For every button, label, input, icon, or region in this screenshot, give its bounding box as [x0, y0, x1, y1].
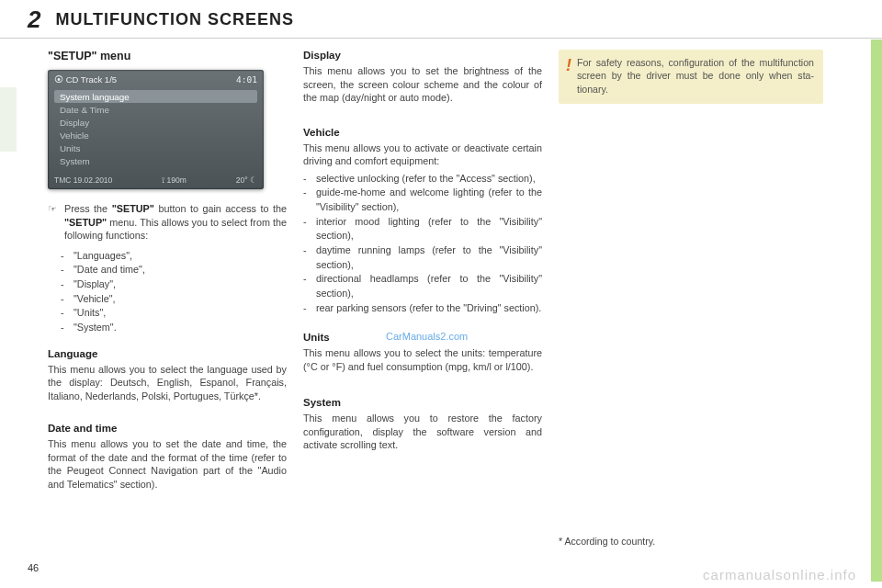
list-text: rear parking sensors (refer to the "Driv… [316, 301, 541, 316]
column-1: "SETUP" menu ⦿ CD Track 1/5 4:01 System … [48, 50, 287, 547]
t: "SETUP" [112, 203, 154, 214]
screenshot-item: Display [54, 116, 257, 129]
date-title: Date and time [48, 423, 287, 434]
system-body: This menu allows you to restore the fac­… [303, 412, 542, 452]
screenshot-menu: System language Date & Time Display Vehi… [54, 90, 257, 167]
units-body: This menu allows you to select the units… [303, 346, 542, 373]
list-text: selective unlocking (refer to the "Acces… [316, 172, 536, 187]
screenshot-time: 4:01 [236, 74, 257, 85]
hand-pointer-icon: ☞ [48, 202, 64, 246]
screenshot-item-selected: System language [54, 90, 257, 103]
list-text: interior mood lighting (refer to the "Vi… [316, 215, 542, 243]
list-text: "Display", [74, 277, 116, 292]
setup-menu-title: "SETUP" menu [48, 50, 287, 62]
warning-icon: ! [566, 57, 571, 96]
screenshot-item: System [54, 154, 257, 167]
date-body: This menu allows you to set the date and… [48, 437, 287, 491]
language-title: Language [48, 348, 287, 359]
display-body: This menu allows you to set the bright­n… [303, 64, 542, 105]
list-text: directional headlamps (refer to the "Vis… [316, 272, 542, 300]
list-item: -rear parking sensors (refer to the "Dri… [303, 301, 542, 316]
language-body: This menu allows you to select the lan­g… [48, 363, 287, 403]
country-footnote: * According to country. [559, 536, 823, 547]
list-item: -interior mood lighting (refer to the "V… [303, 215, 542, 243]
screenshot-track: ⦿ CD Track 1/5 [54, 74, 117, 85]
chapter-title: MULTIFUNCTION SCREENS [55, 10, 294, 29]
list-item: -"Display", [48, 277, 287, 292]
right-accent-bar [871, 40, 882, 582]
watermark-inline: CarManuals2.com [386, 331, 468, 342]
list-text: "Languages", [74, 249, 132, 264]
list-item: -directional headlamps (refer to the "Vi… [303, 272, 542, 300]
list-item: -daytime running lamps (refer to the "Vi… [303, 243, 542, 272]
setup-functions-list: -"Languages", -"Date and time", -"Displa… [48, 249, 287, 335]
list-item: -"Units", [48, 306, 287, 321]
screenshot-temp: 20° ☾ [236, 175, 257, 186]
list-item: -"Date and time", [48, 263, 287, 277]
vehicle-intro: This menu allows you to activate or deac… [303, 141, 542, 168]
list-item: -selective unlocking (refer to the "Acce… [303, 172, 542, 187]
screenshot-item: Date & Time [54, 103, 257, 116]
list-item: -"System". [48, 321, 287, 335]
list-text: guide-me-home and welcome light­ing (ref… [316, 186, 542, 214]
setup-intro-text: Press the "SETUP" button to gain access … [64, 202, 287, 243]
list-text: "Units", [74, 306, 106, 321]
column-3: ! For safety reasons, configuration of t… [559, 50, 823, 547]
list-text: "Vehicle", [74, 292, 115, 307]
list-item: -"Languages", [48, 249, 287, 264]
column-2: Display This menu allows you to set the … [303, 50, 542, 547]
list-item: -"Vehicle", [48, 292, 287, 307]
screenshot-top-bar: ⦿ CD Track 1/5 4:01 [54, 74, 257, 85]
t: Press the [64, 203, 112, 214]
system-title: System [303, 397, 542, 408]
content-columns: "SETUP" menu ⦿ CD Track 1/5 4:01 System … [0, 39, 882, 547]
warning-text: For safety reasons, configuration of the… [577, 56, 814, 96]
watermark-footer: carmanualsonline.info [703, 567, 856, 582]
t: button to gain access to the [154, 203, 287, 214]
screenshot-item: Units [54, 141, 257, 154]
list-text: "System". [74, 321, 117, 335]
list-text: "Date and time", [74, 263, 145, 277]
list-item: -guide-me-home and welcome light­ing (re… [303, 186, 542, 214]
chapter-number: 2 [28, 6, 40, 34]
safety-warning-box: ! For safety reasons, configuration of t… [559, 50, 823, 104]
screenshot-date: TMC 19.02.2010 [54, 175, 112, 186]
page-header: 2 MULTIFUNCTION SCREENS [0, 0, 882, 39]
left-edge-tab [0, 87, 17, 152]
screenshot-item: Vehicle [54, 129, 257, 141]
vehicle-equipment-list: -selective unlocking (refer to the "Acce… [303, 172, 542, 315]
screenshot-bottom-bar: TMC 19.02.2010 ⟟ 190m 20° ☾ [54, 175, 257, 186]
list-text: daytime running lamps (refer to the "Vis… [316, 243, 542, 272]
page-number: 46 [28, 562, 39, 573]
setup-intro: ☞ Press the "SETUP" button to gain acces… [48, 202, 287, 246]
vehicle-title: Vehicle [303, 127, 542, 138]
setup-menu-screenshot: ⦿ CD Track 1/5 4:01 System language Date… [48, 70, 264, 189]
t: "SETUP" [64, 217, 107, 228]
display-title: Display [303, 50, 542, 61]
screenshot-distance: ⟟ 190m [162, 175, 187, 186]
